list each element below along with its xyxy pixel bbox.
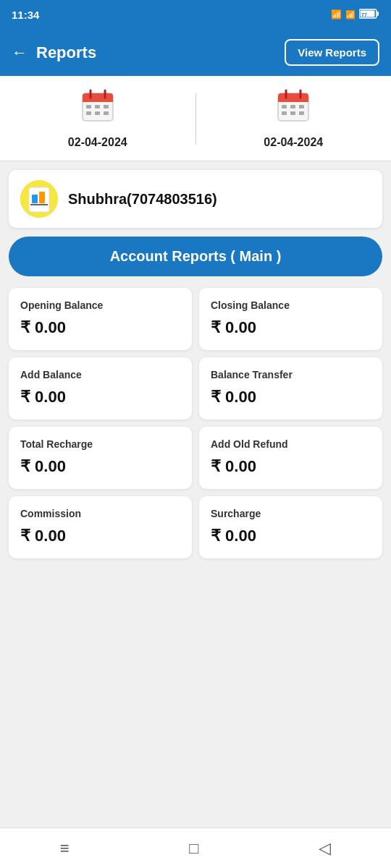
end-date-value: 02-04-2024	[264, 136, 323, 149]
status-time: 11:34	[12, 9, 39, 21]
end-calendar-icon	[275, 88, 311, 130]
status-bar: 11:34 📶 📶 77	[0, 0, 391, 29]
svg-rect-21	[290, 105, 295, 109]
stat-card-0: Opening Balance₹ 0.00	[9, 288, 192, 350]
stat-label-6: Commission	[20, 508, 180, 519]
signal-icon: 📶	[345, 10, 356, 20]
back-button[interactable]: ←	[12, 43, 28, 62]
stat-value-4: ₹ 0.00	[20, 457, 180, 476]
svg-rect-17	[278, 98, 308, 102]
date-section: 02-04-2024 02-04-2024	[0, 76, 391, 161]
start-date-picker[interactable]: 02-04-2024	[0, 88, 196, 149]
stat-card-1: Closing Balance₹ 0.00	[199, 288, 382, 350]
svg-rect-22	[299, 105, 304, 109]
svg-rect-13	[95, 111, 100, 115]
svg-rect-29	[39, 192, 45, 203]
svg-rect-9	[86, 105, 91, 109]
stat-label-1: Closing Balance	[211, 299, 371, 311]
stat-label-5: Add Old Refund	[211, 438, 371, 450]
svg-rect-6	[83, 98, 113, 102]
stat-label-4: Total Recharge	[20, 438, 180, 450]
stat-card-5: Add Old Refund₹ 0.00	[199, 427, 382, 489]
stat-value-5: ₹ 0.00	[211, 457, 371, 476]
stat-value-2: ₹ 0.00	[20, 388, 180, 407]
user-card: Shubhra(7074803516)	[9, 170, 382, 228]
home-icon[interactable]: □	[189, 839, 198, 858]
stat-label-7: Surcharge	[211, 508, 371, 519]
battery-icon: 77	[359, 9, 379, 21]
stat-value-7: ₹ 0.00	[211, 527, 371, 545]
user-avatar	[20, 180, 58, 218]
stat-label-3: Balance Transfer	[211, 369, 371, 380]
stat-value-0: ₹ 0.00	[20, 318, 180, 337]
svg-rect-12	[86, 111, 91, 115]
stat-label-2: Add Balance	[20, 369, 180, 380]
wifi-icon: 📶	[331, 9, 342, 20]
menu-icon[interactable]: ≡	[60, 839, 70, 858]
svg-rect-11	[104, 105, 109, 109]
end-date-picker[interactable]: 02-04-2024	[196, 88, 392, 149]
view-reports-button[interactable]: View Reports	[285, 39, 379, 66]
svg-rect-1	[377, 12, 379, 16]
svg-rect-14	[104, 111, 109, 115]
start-calendar-icon	[80, 88, 116, 130]
svg-rect-23	[282, 111, 287, 115]
svg-rect-28	[32, 195, 38, 203]
start-date-value: 02-04-2024	[68, 136, 127, 149]
bottom-nav: ≡ □ ◁	[0, 827, 391, 868]
stat-card-6: Commission₹ 0.00	[9, 496, 192, 558]
stat-card-7: Surcharge₹ 0.00	[199, 496, 382, 558]
svg-rect-10	[95, 105, 100, 109]
stat-card-2: Add Balance₹ 0.00	[9, 357, 192, 420]
stat-card-4: Total Recharge₹ 0.00	[9, 427, 192, 489]
account-reports-label: Account Reports ( Main )	[9, 237, 382, 276]
stat-card-3: Balance Transfer₹ 0.00	[199, 357, 382, 420]
header: ← Reports View Reports	[0, 29, 391, 76]
stat-value-3: ₹ 0.00	[211, 388, 371, 407]
status-icons: 📶 📶 77	[331, 9, 379, 21]
user-name: Shubhra(7074803516)	[68, 191, 217, 208]
stat-value-6: ₹ 0.00	[20, 527, 180, 545]
stat-value-1: ₹ 0.00	[211, 318, 371, 337]
svg-rect-20	[282, 105, 287, 109]
back-nav-icon[interactable]: ◁	[319, 839, 331, 858]
header-left: ← Reports	[12, 43, 96, 62]
stat-label-0: Opening Balance	[20, 299, 180, 311]
page-title: Reports	[36, 43, 96, 62]
stats-grid: Opening Balance₹ 0.00Closing Balance₹ 0.…	[0, 285, 391, 561]
svg-rect-25	[299, 111, 304, 115]
svg-text:77: 77	[361, 12, 367, 17]
svg-rect-24	[290, 111, 295, 115]
